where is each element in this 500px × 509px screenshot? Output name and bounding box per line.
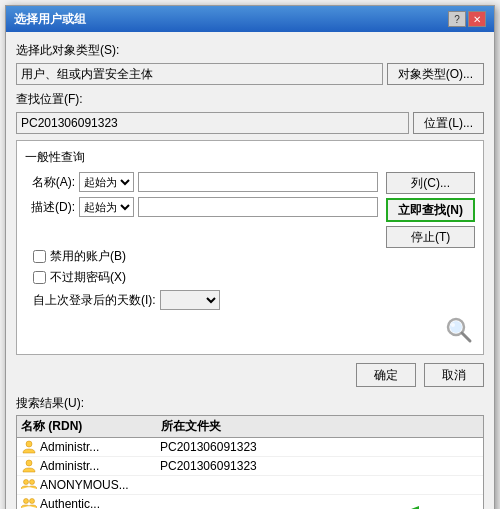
location-input[interactable] <box>16 112 409 134</box>
col-name-header: 名称 (RDN) <box>21 418 161 435</box>
days-label: 自上次登录后的天数(I): <box>33 292 156 309</box>
results-rows-container: Administr...PC201306091323Administr...PC… <box>17 438 483 509</box>
title-bar: 选择用户或组 ? ✕ <box>6 6 494 32</box>
svg-point-6 <box>24 480 29 485</box>
dialog-title: 选择用户或组 <box>14 11 86 28</box>
close-button[interactable]: ✕ <box>468 11 486 27</box>
magnifier-icon <box>443 314 475 346</box>
svg-point-1 <box>450 321 462 333</box>
group-icon <box>21 496 37 509</box>
disabled-account-checkbox[interactable] <box>33 250 46 263</box>
title-bar-buttons: ? ✕ <box>448 11 486 27</box>
cancel-button[interactable]: 取消 <box>424 363 484 387</box>
query-left: 名称(A): 起始为 描述(D): 起始为 <box>25 172 378 248</box>
name-combo[interactable]: 起始为 <box>79 172 134 192</box>
no-expire-checkbox[interactable] <box>33 271 46 284</box>
svg-point-5 <box>26 460 32 466</box>
svg-point-9 <box>30 499 35 504</box>
disabled-account-label: 禁用的账户(B) <box>50 248 126 265</box>
row-name: ANONYMOUS... <box>40 478 160 492</box>
arrow-container: 名称 (RDN) 所在文件夹 Administr...PC20130609132… <box>16 415 484 509</box>
svg-point-8 <box>24 499 29 504</box>
row-name: Authentic... <box>40 497 160 509</box>
results-section: 搜索结果(U): 名称 (RDN) 所在文件夹 Administr...PC20… <box>16 395 484 509</box>
select-user-dialog: 选择用户或组 ? ✕ 选择此对象类型(S): 对象类型(O)... 查找位置(F… <box>5 5 495 509</box>
no-expire-label: 不过期密码(X) <box>50 269 126 286</box>
location-label: 查找位置(F): <box>16 91 484 108</box>
svg-line-2 <box>462 333 470 341</box>
help-button[interactable]: ? <box>448 11 466 27</box>
stop-button[interactable]: 停止(T) <box>386 226 475 248</box>
table-row[interactable]: Authentic... <box>17 495 483 509</box>
name-input[interactable] <box>138 172 378 192</box>
table-row[interactable]: Administr...PC201306091323 <box>17 438 483 457</box>
svg-point-3 <box>451 323 455 327</box>
query-fields-area: 名称(A): 起始为 描述(D): 起始为 <box>25 172 475 248</box>
search-now-button[interactable]: 立即查找(N) <box>386 198 475 222</box>
search-icon-area <box>25 314 475 346</box>
name-row: 名称(A): 起始为 <box>25 172 378 192</box>
bottom-buttons: 确定 取消 <box>16 363 484 387</box>
table-row[interactable]: ANONYMOUS... <box>17 476 483 495</box>
user-icon <box>21 439 37 455</box>
results-label: 搜索结果(U): <box>16 395 484 412</box>
object-type-button[interactable]: 对象类型(O)... <box>387 63 484 85</box>
svg-point-4 <box>26 441 32 447</box>
days-select[interactable] <box>160 290 220 310</box>
general-query-title: 一般性查询 <box>25 149 475 166</box>
general-query-panel: 一般性查询 名称(A): 起始为 描述(D): <box>16 140 484 355</box>
no-expire-row: 不过期密码(X) <box>33 269 475 286</box>
dialog-outer: 选择用户或组 ? ✕ 选择此对象类型(S): 对象类型(O)... 查找位置(F… <box>0 5 500 509</box>
disabled-account-row: 禁用的账户(B) <box>33 248 475 265</box>
name-label: 名称(A): <box>25 174 75 191</box>
object-type-input[interactable] <box>16 63 383 85</box>
table-row[interactable]: Administr...PC201306091323 <box>17 457 483 476</box>
results-table[interactable]: 名称 (RDN) 所在文件夹 Administr...PC20130609132… <box>16 415 484 509</box>
dialog-body: 选择此对象类型(S): 对象类型(O)... 查找位置(F): 位置(L)...… <box>6 32 494 509</box>
desc-label: 描述(D): <box>25 199 75 216</box>
row-folder: PC201306091323 <box>160 440 479 454</box>
col-folder-header: 所在文件夹 <box>161 418 479 435</box>
location-button[interactable]: 位置(L)... <box>413 112 484 134</box>
svg-point-7 <box>30 480 35 485</box>
object-type-row: 对象类型(O)... <box>16 63 484 85</box>
row-folder: PC201306091323 <box>160 459 479 473</box>
object-type-label: 选择此对象类型(S): <box>16 42 484 59</box>
query-buttons: 列(C)... 立即查找(N) 停止(T) <box>386 172 475 248</box>
user-icon <box>21 458 37 474</box>
group-icon <box>21 477 37 493</box>
row-name: Administr... <box>40 440 160 454</box>
days-row: 自上次登录后的天数(I): <box>33 290 475 310</box>
desc-combo[interactable]: 起始为 <box>79 197 134 217</box>
row-name: Administr... <box>40 459 160 473</box>
results-header: 名称 (RDN) 所在文件夹 <box>17 416 483 438</box>
desc-row: 描述(D): 起始为 <box>25 197 378 217</box>
desc-input[interactable] <box>138 197 378 217</box>
column-button[interactable]: 列(C)... <box>386 172 475 194</box>
location-row: 位置(L)... <box>16 112 484 134</box>
confirm-button[interactable]: 确定 <box>356 363 416 387</box>
